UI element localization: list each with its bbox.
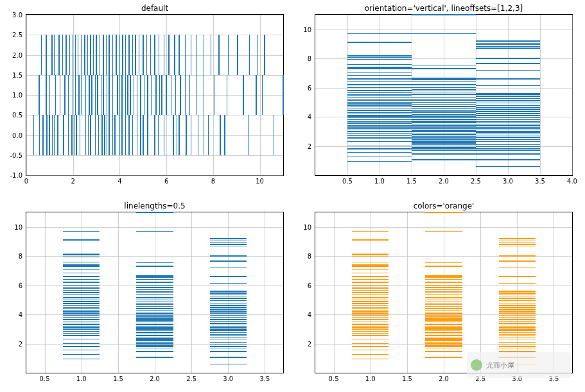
event-segment (476, 100, 540, 101)
event-segment (60, 75, 60, 115)
event-segment (347, 68, 412, 69)
event-segment (210, 311, 247, 311)
event-segment (425, 348, 462, 348)
event-segment (210, 327, 247, 328)
event-segment (352, 333, 389, 334)
event-segment (412, 97, 476, 98)
event-segment (476, 43, 540, 44)
event-segment (476, 150, 540, 151)
gridline (315, 227, 572, 228)
event-segment (136, 357, 173, 357)
event-segment (119, 75, 120, 115)
event-segment (210, 300, 247, 301)
event-segment (412, 14, 476, 15)
x-tick-label: 8 (211, 178, 215, 185)
event-segment (63, 335, 100, 336)
event-segment (352, 315, 389, 316)
event-segment (476, 148, 540, 149)
event-segment (71, 115, 72, 155)
event-segment (68, 115, 69, 155)
event-segment (210, 323, 247, 323)
event-segment (136, 342, 173, 343)
event-segment (412, 108, 476, 109)
event-segment (425, 357, 462, 357)
event-segment (127, 75, 128, 115)
x-tick-label: 1.5 (113, 375, 123, 382)
event-segment (347, 99, 412, 100)
event-segment (112, 115, 113, 155)
event-segment (85, 115, 86, 155)
event-segment (185, 75, 186, 115)
event-segment (109, 115, 109, 155)
event-segment (136, 326, 173, 327)
event-segment (425, 340, 462, 341)
event-segment (210, 305, 247, 305)
event-segment (347, 67, 412, 67)
event-segment (412, 114, 476, 115)
event-segment (425, 306, 462, 307)
event-segment (49, 115, 49, 155)
event-segment (499, 309, 536, 309)
event-segment (63, 253, 100, 253)
event-segment (73, 35, 73, 75)
event-segment (63, 276, 100, 277)
event-segment (191, 115, 191, 155)
event-segment (352, 273, 389, 273)
event-segment (412, 65, 476, 65)
event-segment (136, 337, 173, 337)
event-segment (210, 291, 247, 291)
event-segment (136, 335, 173, 336)
event-segment (84, 35, 85, 75)
y-tick-label: 10 (14, 223, 22, 230)
event-segment (352, 292, 389, 293)
event-segment (425, 332, 462, 332)
event-segment (425, 320, 462, 320)
event-segment (425, 323, 462, 323)
axes-title: orientation='vertical', lineoffsets=[1,2… (365, 4, 523, 13)
event-segment (63, 266, 100, 266)
event-segment (98, 115, 99, 155)
event-segment (499, 255, 536, 256)
event-segment (63, 327, 100, 328)
x-tick-label: 1.0 (76, 375, 87, 382)
event-segment (210, 276, 247, 277)
event-segment (476, 105, 540, 106)
event-segment (347, 152, 412, 153)
x-tick-label: 4.0 (567, 178, 577, 185)
event-segment (62, 35, 63, 75)
event-segment (347, 119, 412, 120)
event-segment (412, 99, 476, 100)
event-segment (499, 348, 536, 348)
event-segment (210, 238, 247, 239)
gridline (517, 212, 518, 373)
event-segment (218, 35, 219, 75)
event-segment (100, 35, 100, 75)
event-segment (476, 141, 540, 142)
event-segment (352, 324, 389, 325)
y-tick-label: 8 (308, 253, 311, 260)
event-segment (210, 364, 247, 364)
event-segment (476, 98, 540, 99)
event-segment (63, 303, 100, 303)
event-segment (476, 103, 540, 103)
gridline (540, 15, 541, 175)
x-tick-label: 0.5 (329, 375, 339, 382)
y-tick-label: 10 (303, 26, 311, 33)
event-segment (63, 343, 100, 344)
event-segment (177, 115, 177, 155)
event-segment (283, 75, 283, 115)
event-segment (352, 253, 389, 253)
event-segment (210, 346, 247, 346)
event-segment (412, 134, 476, 135)
event-segment (88, 115, 89, 155)
x-tick-label: 4 (118, 178, 121, 185)
x-tick-label: 2.0 (439, 178, 449, 185)
event-segment (154, 35, 155, 75)
axes-ax2: 0.51.01.52.02.53.03.54.0246810orientatio… (315, 14, 573, 176)
event-segment (412, 133, 476, 133)
event-segment (412, 136, 476, 137)
event-segment (63, 359, 100, 359)
event-segment (352, 311, 389, 312)
event-segment (412, 121, 476, 121)
event-segment (68, 75, 69, 115)
